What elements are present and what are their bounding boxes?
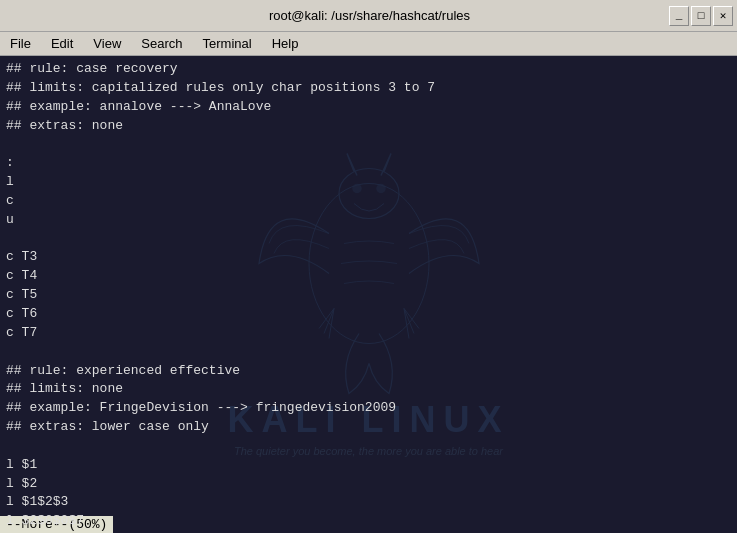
term-line: l <box>6 173 731 192</box>
term-line: ## extras: lower case only <box>6 418 731 437</box>
term-line: ## rule: experienced effective <box>6 362 731 381</box>
term-line: ## example: annalove ---> AnnaLove <box>6 98 731 117</box>
term-line: ## rule: case recovery <box>6 60 731 79</box>
menu-file[interactable]: File <box>4 34 37 53</box>
term-line: c T5 <box>6 286 731 305</box>
close-button[interactable]: ✕ <box>713 6 733 26</box>
minimize-button[interactable]: _ <box>669 6 689 26</box>
term-line <box>6 437 731 456</box>
menu-search[interactable]: Search <box>135 34 188 53</box>
terminal-area[interactable]: KALI LINUX The quieter you become, the m… <box>0 56 737 533</box>
menu-terminal[interactable]: Terminal <box>197 34 258 53</box>
term-line: c T7 <box>6 324 731 343</box>
term-line: l $2$0$0$7 <box>6 512 731 531</box>
term-line <box>6 230 731 249</box>
menu-edit[interactable]: Edit <box>45 34 79 53</box>
term-line: ## example: FringeDevision ---> fringede… <box>6 399 731 418</box>
term-line: l $1$2$3 <box>6 493 731 512</box>
term-line <box>6 135 731 154</box>
terminal-content: ## rule: case recovery ## limits: capita… <box>6 60 731 531</box>
term-line: ## limits: capitalized rules only char p… <box>6 79 731 98</box>
titlebar: root@kali: /usr/share/hashcat/rules _ □ … <box>0 0 737 32</box>
term-line: c T4 <box>6 267 731 286</box>
term-line: l $1 <box>6 456 731 475</box>
term-line: c T6 <box>6 305 731 324</box>
term-line <box>6 343 731 362</box>
term-line: ## limits: none <box>6 380 731 399</box>
menubar: File Edit View Search Terminal Help <box>0 32 737 56</box>
menu-help[interactable]: Help <box>266 34 305 53</box>
term-line: l $2 <box>6 475 731 494</box>
term-line: : <box>6 154 731 173</box>
term-line: c T3 <box>6 248 731 267</box>
maximize-button[interactable]: □ <box>691 6 711 26</box>
window-title: root@kali: /usr/share/hashcat/rules <box>70 8 669 23</box>
term-line: ## extras: none <box>6 117 731 136</box>
term-line: c <box>6 192 731 211</box>
window-controls: _ □ ✕ <box>669 6 733 26</box>
term-line: u <box>6 211 731 230</box>
menu-view[interactable]: View <box>87 34 127 53</box>
